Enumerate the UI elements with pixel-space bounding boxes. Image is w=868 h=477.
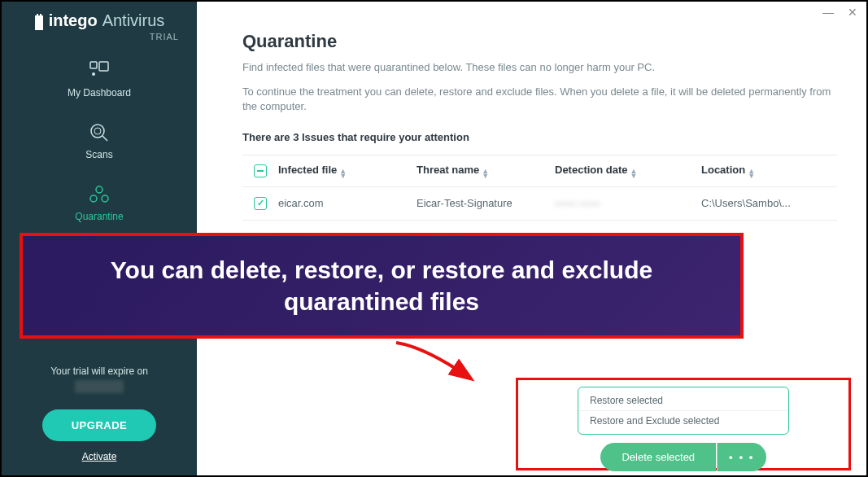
page-subtitle-2: To continue the treatment you can delete… [242,85,837,114]
menu-restore-selected[interactable]: Restore selected [578,391,788,411]
sort-icon: ▲▼ [630,168,638,178]
upgrade-button[interactable]: UPGRADE [42,409,157,441]
svg-line-5 [103,136,107,141]
menu-restore-exclude-selected[interactable]: Restore and Exclude selected [578,411,788,431]
sort-icon: ▲▼ [482,168,489,178]
sort-icon: ▲▼ [748,168,755,178]
svg-point-4 [94,128,101,134]
column-header-threat[interactable]: Threat name▲▼ [417,164,555,178]
tower-icon [34,12,44,30]
action-dropdown-menu: Restore selected Restore and Exclude sel… [578,387,789,435]
sidebar-item-label: Scans [85,149,112,160]
annotation-overlay: You can delete, restore, or restore and … [20,233,744,339]
titlebar-controls: — ✕ [822,7,858,18]
sidebar-item-label: My Dashboard [68,87,131,98]
sidebar-item-label: Quarantine [75,211,123,222]
cell-date-blurred: —— —— [555,197,701,209]
table-header: Infected file▲▼ Threat name▲▼ Detection … [242,155,837,187]
action-area-highlight: Restore selected Restore and Exclude sel… [516,378,851,470]
close-button[interactable]: ✕ [847,7,858,18]
sort-icon: ▲▼ [339,168,347,178]
column-header-location[interactable]: Location▲▼ [701,164,837,178]
annotation-arrow-icon [392,339,482,387]
sidebar-item-scans[interactable]: Scans [85,121,112,160]
select-all-checkbox[interactable] [254,164,267,177]
svg-point-7 [90,195,97,202]
trial-badge: TRIAL [150,32,179,42]
cell-file: eicar.com [278,197,417,209]
cell-location: C:\Users\Sambo\... [701,197,837,209]
row-checkbox[interactable]: ✓ [254,197,267,210]
more-actions-button[interactable]: • • • [717,443,765,471]
app-logo: integoAntivirus [34,11,165,30]
svg-point-2 [92,72,95,76]
sidebar-item-quarantine[interactable]: Quarantine [75,183,123,222]
trial-expire-text: Your trial will expire on [50,365,148,377]
svg-rect-0 [90,62,97,68]
svg-rect-1 [99,62,108,71]
page-title: Quarantine [242,31,837,52]
app-window: — ✕ integoAntivirus TRIAL My Dashboard S… [0,0,868,477]
dashboard-icon [88,59,111,82]
cell-threat: Eicar-Test-Signature [417,197,555,209]
annotation-text: You can delete, restore, or restore and … [47,254,716,317]
sidebar-item-dashboard[interactable]: My Dashboard [68,59,131,98]
column-header-date[interactable]: Detection date▲▼ [555,164,701,178]
scan-icon [88,121,111,144]
table-row[interactable]: ✓ eicar.com Eicar-Test-Signature —— —— C… [242,187,837,221]
column-header-file[interactable]: Infected file▲▼ [278,164,417,178]
delete-selected-button[interactable]: Delete selected [600,443,716,471]
logo-text-light: Antivirus [103,11,165,30]
page-subtitle-1: Find infected files that were quarantine… [242,60,837,75]
svg-point-6 [96,186,103,193]
minimize-button[interactable]: — [822,7,834,18]
issues-count-line: There are 3 Issues that require your att… [242,131,837,143]
svg-point-8 [102,195,108,202]
activate-link[interactable]: Activate [82,451,117,462]
logo-text-bold: intego [49,11,98,30]
quarantine-icon [88,183,111,206]
svg-point-3 [91,125,104,138]
trial-expire-date-blurred [75,380,124,393]
